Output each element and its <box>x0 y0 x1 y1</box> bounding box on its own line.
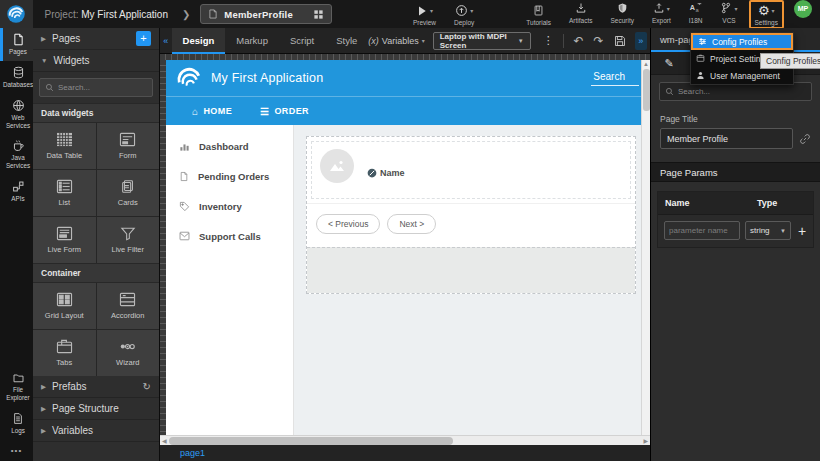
menu-item-user-management[interactable]: User Management <box>691 67 793 84</box>
widget-data-table[interactable]: Data Table <box>33 123 96 169</box>
sidebar-item-apis[interactable]: APIs <box>0 175 33 208</box>
pages-status-bar: page1 <box>160 445 650 461</box>
list-footer-placeholder <box>307 247 635 293</box>
next-button[interactable]: Next > <box>387 214 436 234</box>
widget-grid-layout[interactable]: Grid Layout <box>33 283 96 329</box>
properties-search-input[interactable] <box>678 87 806 96</box>
app-nav-bar: ⌂ HOME ☰ ORDER <box>166 96 641 125</box>
app-side-menu: Dashboard Pending Orders <box>166 125 294 435</box>
widget-form[interactable]: Form <box>97 123 160 169</box>
widget-search-box <box>39 78 153 97</box>
wavemaker-logo[interactable] <box>0 0 33 28</box>
artifacts-button[interactable]: Artifacts <box>569 2 592 24</box>
avatar-placeholder <box>320 149 354 183</box>
tab-style[interactable]: Style <box>325 28 368 54</box>
member-list-widget[interactable]: Name < Previous Next > <box>306 136 636 294</box>
menu-item-config-profiles[interactable]: Config Profiles <box>691 33 793 50</box>
export-label: Export <box>652 17 671 24</box>
add-param-button[interactable]: + <box>796 223 808 239</box>
app-search-link[interactable]: Search <box>591 71 639 86</box>
widget-live-form[interactable]: Live Form <box>33 217 96 263</box>
tab-script[interactable]: Script <box>279 28 325 54</box>
app-title: My First Application <box>211 71 323 85</box>
horizontal-scroll-thumb[interactable] <box>169 437 453 445</box>
sidebar-item-databases[interactable]: Databases <box>0 61 33 94</box>
nav-item-home[interactable]: ⌂ HOME <box>192 106 232 117</box>
caret-right-icon: ▶ <box>41 405 46 413</box>
widget-tabs[interactable]: Tabs <box>33 330 96 376</box>
param-type-select[interactable]: string ▼ <box>745 221 791 240</box>
widget-list[interactable]: List <box>33 170 96 216</box>
name-field[interactable]: Name <box>367 149 405 191</box>
canvas-horizontal-scrollbar[interactable]: ◀ ▶ <box>160 435 650 445</box>
widget-wizard[interactable]: Wizard <box>97 330 160 376</box>
open-page-tab[interactable]: MemberProfile <box>200 4 332 24</box>
tabs-icon <box>56 339 73 354</box>
page-title-input[interactable] <box>660 128 793 149</box>
refresh-icon[interactable]: ↻ <box>143 381 151 392</box>
sidebar-item-web-services[interactable]: Web Services <box>0 94 33 135</box>
sidebar-item-logs[interactable]: Logs <box>0 407 33 440</box>
menu-item-pending-orders[interactable]: Pending Orders <box>166 161 293 191</box>
list-item[interactable]: Name <box>311 141 631 199</box>
vertical-scroll-thumb[interactable] <box>643 69 650 111</box>
database-icon <box>12 66 25 79</box>
sidebar-item-java-services[interactable]: Java Services <box>0 134 33 175</box>
nav-item-order[interactable]: ☰ ORDER <box>260 106 309 117</box>
scroll-left-arrow-icon[interactable]: ◀ <box>160 437 169 444</box>
sidebar-item-file-explorer[interactable]: File Explorer <box>0 367 33 407</box>
more-options-kebab-icon[interactable]: ⋮ <box>539 34 558 47</box>
expand-right-panel-icon[interactable]: » <box>635 32 647 50</box>
shield-icon <box>617 2 628 14</box>
settings-button[interactable]: ⚙ ▾ Settings <box>755 4 779 26</box>
deploy-button[interactable]: ▾ Deploy <box>454 4 474 26</box>
page-params-header: Page Params <box>651 162 820 182</box>
grid-view-icon[interactable] <box>313 9 324 20</box>
security-button[interactable]: Security <box>610 2 633 24</box>
page-structure-section-header[interactable]: ▶ Page Structure <box>33 398 159 420</box>
menu-item-dashboard[interactable]: Dashboard <box>166 131 293 161</box>
status-page-tab[interactable]: page1 <box>180 448 205 458</box>
edit-pencil-icon[interactable]: ✎ <box>651 57 687 70</box>
add-page-button[interactable]: + <box>136 31 151 46</box>
prefabs-section-header[interactable]: ▶ Prefabs ↻ <box>33 376 159 398</box>
chevron-down-icon: ▼ <box>518 38 524 44</box>
scroll-up-arrow-icon[interactable]: ▲ <box>643 60 649 68</box>
widget-search-input[interactable] <box>58 83 147 92</box>
more-options-icon[interactable]: ••• <box>0 440 33 461</box>
undo-button[interactable]: ↶ <box>569 34 589 48</box>
collapse-left-panel-icon[interactable]: « <box>160 36 172 46</box>
tutorials-button[interactable]: Tutorials <box>526 4 551 26</box>
redo-button[interactable]: ↷ <box>589 34 609 48</box>
bind-link-icon[interactable] <box>799 133 811 145</box>
scroll-right-arrow-icon[interactable]: ▶ <box>641 437 650 444</box>
widget-live-filter[interactable]: Live Filter <box>97 217 160 263</box>
widget-cards[interactable]: Cards <box>97 170 160 216</box>
previous-button[interactable]: < Previous <box>316 214 380 234</box>
user-avatar[interactable]: MP <box>794 0 812 18</box>
tutorials-label: Tutorials <box>526 19 551 26</box>
param-name-input[interactable] <box>664 221 740 240</box>
menu-item-support-calls[interactable]: Support Calls <box>166 221 293 251</box>
device-selector[interactable]: Laptop with MDPI Screen ▼ <box>433 32 531 50</box>
pages-section-header[interactable]: ▶ Pages + <box>33 28 159 50</box>
data-widgets-category: Data widgets <box>33 103 159 123</box>
tab-design[interactable]: Design <box>172 28 226 54</box>
canvas-vertical-scrollbar[interactable]: ▲ <box>641 60 650 435</box>
variables-button[interactable]: (x) Variables ▾ <box>368 36 424 46</box>
i18n-button[interactable]: A a I18N <box>689 2 703 24</box>
export-button[interactable]: ▾ Export <box>652 2 671 24</box>
preview-button[interactable]: ▾ Preview <box>413 4 436 26</box>
save-button[interactable] <box>609 35 631 47</box>
gear-icon: ⚙ <box>758 4 770 17</box>
vcs-button[interactable]: ▾ VCS <box>720 2 737 24</box>
menu-item-inventory[interactable]: Inventory <box>166 191 293 221</box>
chevron-down-icon: ▾ <box>430 7 433 14</box>
widgets-section-header[interactable]: ▼ Widgets <box>33 50 159 72</box>
project-settings-icon <box>696 54 705 63</box>
sidebar-item-pages[interactable]: Pages <box>0 28 33 61</box>
artifacts-download-icon <box>575 2 587 14</box>
widget-accordion[interactable]: Accordion <box>97 283 160 329</box>
variables-section-header[interactable]: ▶ Variables <box>33 420 159 442</box>
tab-markup[interactable]: Markup <box>225 28 279 54</box>
